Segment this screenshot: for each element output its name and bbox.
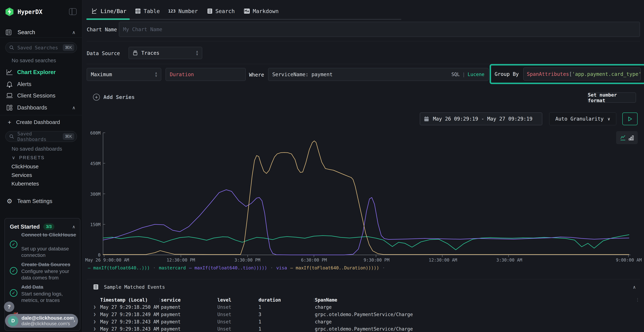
get-started-item-title[interactable]: Add Data <box>21 284 77 290</box>
cell-timestamp: May 27 9:29:18.249 AM <box>100 312 159 317</box>
tab-label: Number <box>178 8 198 14</box>
divider <box>87 279 640 280</box>
cell-timestamp: May 27 9:29:18.250 AM <box>100 304 159 310</box>
tab-table[interactable]: Table <box>135 7 160 16</box>
shortcut-badge: ⌘K <box>63 133 74 140</box>
select-chevrons-icon: ∧∨ <box>196 50 198 56</box>
column-resize-handle[interactable]: ⋮ <box>312 297 316 302</box>
aggregation-select[interactable]: Maximum ∧∨ <box>87 68 161 81</box>
sidebar-item-alerts[interactable]: Alerts <box>5 80 77 88</box>
y-axis-label: 450M <box>84 161 100 166</box>
group-by-fn: SpanAttributes <box>527 71 569 77</box>
sql-toggle[interactable]: SQL <box>451 72 460 77</box>
data-source-select[interactable]: Traces ∧∨ <box>128 47 202 59</box>
divider <box>0 115 82 115</box>
line-bar-chart-icon <box>92 8 98 14</box>
avatar: D <box>8 316 18 326</box>
tab-label: Line/Bar <box>100 8 126 14</box>
chevron-down-icon: ∨ <box>12 155 15 160</box>
tab-markdown[interactable]: Markdown <box>244 7 279 16</box>
legend-separator: · <box>270 265 273 270</box>
granularity-select[interactable]: Auto Granularity ∨ <box>549 112 616 125</box>
x-axis-label: 6:30:00 PM <box>301 258 327 262</box>
where-label: Where <box>249 72 264 78</box>
saved-dashboards-input[interactable]: Saved Dashboards ⌘K <box>5 131 77 142</box>
run-query-button[interactable] <box>622 112 638 125</box>
get-started-item-desc: Set up your database connection <box>21 246 77 258</box>
legend-item[interactable]: — maxIf(toFloat640..tion))))) <box>189 265 267 270</box>
sample-events-header[interactable]: Sample Matched Events <box>93 284 165 290</box>
x-axis-label: 9:00:00 AM <box>616 258 642 262</box>
search-list-icon <box>207 8 212 14</box>
cell-spanname: charge <box>315 319 332 324</box>
sidebar-item-clickhouse[interactable]: ClickHouse <box>12 164 39 170</box>
expand-row-icon[interactable]: ❯ <box>94 326 96 331</box>
granularity-value: Auto Granularity <box>555 116 604 122</box>
chart-name-input[interactable]: My Chart Name <box>119 22 640 37</box>
chevron-up-icon[interactable]: ∧ <box>633 284 636 290</box>
column-header-service[interactable]: service <box>161 297 181 303</box>
sidebar-item-services[interactable]: Services <box>12 172 32 178</box>
legend-group[interactable]: mastercard <box>159 265 186 270</box>
sidebar-item-team-settings[interactable]: ⚙ Team Settings <box>5 197 77 205</box>
cell-service: payment <box>161 304 181 310</box>
sidebar-item-kubernetes[interactable]: Kubernetes <box>12 181 39 187</box>
saved-searches-input[interactable]: Saved Searches ⌘K <box>5 42 77 53</box>
lucene-toggle[interactable]: Lucene <box>468 72 484 77</box>
x-axis-label: 9:30:00 PM <box>364 258 390 262</box>
sidebar-section-search[interactable]: Search ∧ <box>5 28 77 36</box>
events-list-icon <box>93 284 98 290</box>
tab-number[interactable]: 123 Number <box>168 7 198 16</box>
group-by-key: 'app.payment.card_type' <box>572 71 640 77</box>
add-series-button[interactable]: + Add Series <box>93 94 135 100</box>
column-header-spanname[interactable]: SpanName <box>315 297 337 303</box>
set-number-format-button[interactable]: Set number format <box>588 92 636 103</box>
search-section-label: Search <box>18 29 35 36</box>
legend-item[interactable]: — maxIf(toFloat640..))) <box>88 265 150 270</box>
legend-swatch: — <box>88 265 90 270</box>
cell-service: payment <box>161 312 181 317</box>
gear-icon: ⚙ <box>5 198 14 205</box>
get-started-item-title[interactable]: Create Data Sources <box>21 261 77 268</box>
app-root: HyperDX Search ∧ Saved Searches ⌘K No sa… <box>0 0 644 332</box>
expand-row-icon[interactable]: ❯ <box>94 312 96 317</box>
column-resize-handle[interactable]: ⋮ <box>258 297 262 302</box>
check-circle-icon: ✓ <box>10 289 17 297</box>
column-resize-handle[interactable]: ⋮ <box>216 297 220 302</box>
timeseries-chart[interactable] <box>102 132 630 258</box>
cell-spanname: grpc.oteldemo.PaymentService/Charge <box>315 312 413 317</box>
date-range-picker[interactable]: May 26 09:29:19 - May 27 09:29:19 <box>420 112 542 125</box>
help-button[interactable]: ? <box>4 302 14 312</box>
column-resize-handle[interactable]: ⋮ <box>636 297 640 302</box>
get-started-item-desc: Start sending logs, metrics, or traces <box>21 291 77 304</box>
where-input[interactable]: ServiceName: payment SQL | Lucene <box>268 68 488 81</box>
create-dashboard-button[interactable]: + Create Dashboard <box>5 118 77 126</box>
chevron-up-icon[interactable]: ∧ <box>72 224 75 229</box>
user-menu[interactable]: D dale@clickhouse.com dale@clickhouse.co… <box>5 314 78 328</box>
sidebar-item-dashboards[interactable]: Dashboards ∧ <box>5 104 77 112</box>
field-input[interactable]: Duration <box>166 68 246 81</box>
group-by-input[interactable]: SpanAttributes['app.payment.card_type'] <box>524 68 640 80</box>
tab-line-bar[interactable]: Line/Bar <box>92 7 126 16</box>
presets-header[interactable]: ∨ PRESETS <box>12 155 44 160</box>
legend-item[interactable]: — maxIf(toFloat640..Duration))))) <box>290 265 379 270</box>
check-circle-icon: ✓ <box>10 240 17 248</box>
sidebar-item-client-sessions[interactable]: Client Sessions <box>5 92 77 100</box>
sidebar-collapse-icon[interactable] <box>69 8 76 15</box>
team-settings-label: Team Settings <box>17 198 52 204</box>
app-title: HyperDX <box>18 8 42 16</box>
column-resize-handle[interactable]: ⋮ <box>158 297 162 302</box>
cell-level: Unset <box>217 304 231 310</box>
sidebar-item-chart-explorer[interactable]: Chart Explorer <box>5 68 77 76</box>
chevron-up-icon[interactable]: ∧ <box>72 105 76 110</box>
tab-search[interactable]: Search <box>207 7 235 16</box>
presets-label: PRESETS <box>19 155 44 160</box>
legend-group[interactable]: visa <box>276 265 287 270</box>
get-started-item-title[interactable]: Connect to ClickHouse <box>21 232 77 238</box>
column-header-timestamp[interactable]: Timestamp (Local) <box>100 297 148 303</box>
expand-row-icon[interactable]: ❯ <box>94 304 96 310</box>
chevron-up-icon[interactable]: ∧ <box>72 30 76 35</box>
chevron-right-icon: › <box>74 318 75 324</box>
expand-row-icon[interactable]: ❯ <box>94 319 96 324</box>
no-saved-searches-label: No saved searches <box>12 58 56 64</box>
